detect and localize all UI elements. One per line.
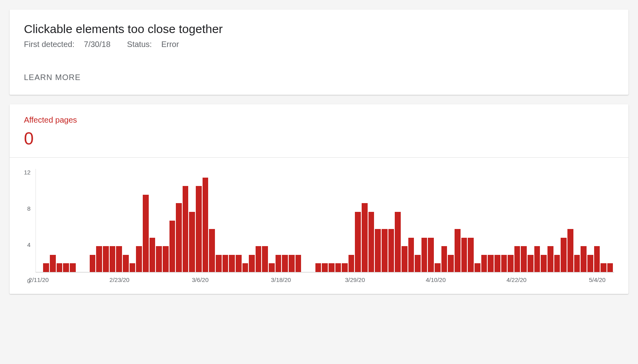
bar[interactable]: [355, 212, 361, 272]
bar[interactable]: [455, 229, 461, 272]
bar[interactable]: [289, 255, 295, 272]
issue-title: Clickable elements too close together: [24, 22, 614, 36]
bar[interactable]: [594, 246, 600, 272]
bar[interactable]: [342, 263, 348, 272]
bar[interactable]: [295, 255, 301, 272]
bar[interactable]: [256, 246, 262, 272]
bar[interactable]: [402, 246, 408, 272]
bar[interactable]: [143, 195, 149, 272]
bar[interactable]: [408, 238, 414, 272]
bar[interactable]: [130, 263, 136, 272]
bar[interactable]: [282, 255, 288, 272]
bar[interactable]: [156, 246, 162, 272]
bar[interactable]: [534, 246, 540, 272]
bar[interactable]: [322, 263, 328, 272]
x-tick: 4/10/20: [426, 276, 446, 283]
bar[interactable]: [315, 263, 321, 272]
chart-area: 12840 2/11/202/23/203/6/203/18/203/29/20…: [24, 169, 614, 284]
bar[interactable]: [501, 255, 507, 272]
y-tick: 12: [24, 169, 31, 176]
bar[interactable]: [183, 186, 189, 272]
bar[interactable]: [435, 263, 441, 272]
bar[interactable]: [567, 229, 573, 272]
bar[interactable]: [475, 263, 480, 272]
bar[interactable]: [428, 238, 434, 272]
bar[interactable]: [561, 238, 567, 272]
bar[interactable]: [236, 255, 242, 272]
bar[interactable]: [262, 246, 268, 272]
bar[interactable]: [57, 263, 63, 272]
bar[interactable]: [90, 255, 96, 272]
chart-body: 12840 2/11/202/23/203/6/203/18/203/29/20…: [10, 158, 628, 294]
bar[interactable]: [388, 229, 394, 272]
bar[interactable]: [196, 186, 202, 272]
bar[interactable]: [554, 255, 560, 272]
bar[interactable]: [176, 203, 182, 272]
bar[interactable]: [116, 246, 122, 272]
bar[interactable]: [349, 255, 354, 272]
bar[interactable]: [521, 246, 527, 272]
bar[interactable]: [421, 238, 427, 272]
bar[interactable]: [276, 255, 282, 272]
bar-plot[interactable]: [35, 169, 614, 272]
bar[interactable]: [481, 255, 487, 272]
bar[interactable]: [150, 238, 156, 272]
bar[interactable]: [242, 263, 248, 272]
learn-more-link[interactable]: LEARN MORE: [24, 73, 614, 82]
bar[interactable]: [601, 263, 606, 272]
chart-label: Affected pages: [24, 115, 614, 125]
bar[interactable]: [203, 178, 209, 272]
bar[interactable]: [494, 255, 500, 272]
bar[interactable]: [70, 263, 76, 272]
bar[interactable]: [581, 246, 587, 272]
bar[interactable]: [50, 255, 56, 272]
bar[interactable]: [103, 246, 109, 272]
bar[interactable]: [123, 255, 129, 272]
plot-wrap: 2/11/202/23/203/6/203/18/203/29/204/10/2…: [35, 169, 614, 284]
bar[interactable]: [574, 255, 580, 272]
x-tick: 2/11/20: [29, 276, 49, 283]
x-tick: 3/6/20: [192, 276, 209, 283]
bar[interactable]: [508, 255, 514, 272]
bar[interactable]: [43, 263, 49, 272]
bar[interactable]: [110, 246, 116, 272]
bar[interactable]: [587, 255, 593, 272]
bar[interactable]: [382, 229, 388, 272]
bar[interactable]: [415, 255, 421, 272]
bar[interactable]: [607, 263, 613, 272]
bar[interactable]: [335, 263, 341, 272]
bar[interactable]: [63, 263, 69, 272]
chart-current-value: 0: [24, 129, 614, 149]
x-axis: 2/11/202/23/203/6/203/18/203/29/204/10/2…: [35, 276, 614, 284]
bar[interactable]: [163, 246, 169, 272]
bar[interactable]: [488, 255, 494, 272]
issue-summary-card: Clickable elements too close together Fi…: [10, 10, 628, 95]
bar[interactable]: [541, 255, 547, 272]
bar[interactable]: [395, 212, 401, 272]
bar[interactable]: [448, 255, 454, 272]
bar[interactable]: [269, 263, 275, 272]
bar[interactable]: [375, 229, 381, 272]
bar[interactable]: [216, 255, 222, 272]
y-tick: 4: [27, 241, 30, 248]
bar[interactable]: [468, 238, 474, 272]
bar[interactable]: [441, 246, 447, 272]
status: Status: Error: [127, 40, 186, 49]
bar[interactable]: [189, 212, 195, 272]
bar[interactable]: [461, 238, 467, 272]
bar[interactable]: [136, 246, 142, 272]
bar[interactable]: [368, 212, 374, 272]
bar[interactable]: [362, 203, 368, 272]
issue-meta: First detected: 7/30/18 Status: Error: [24, 40, 614, 49]
bar[interactable]: [169, 221, 175, 272]
bar[interactable]: [223, 255, 228, 272]
bar[interactable]: [547, 246, 553, 272]
bar[interactable]: [329, 263, 335, 272]
affected-pages-card: Affected pages 0 12840 2/11/202/23/203/6…: [10, 104, 628, 294]
bar[interactable]: [96, 246, 102, 272]
bar[interactable]: [209, 229, 215, 272]
bar[interactable]: [229, 255, 235, 272]
bar[interactable]: [514, 246, 520, 272]
bar[interactable]: [528, 255, 534, 272]
bar[interactable]: [249, 255, 255, 272]
